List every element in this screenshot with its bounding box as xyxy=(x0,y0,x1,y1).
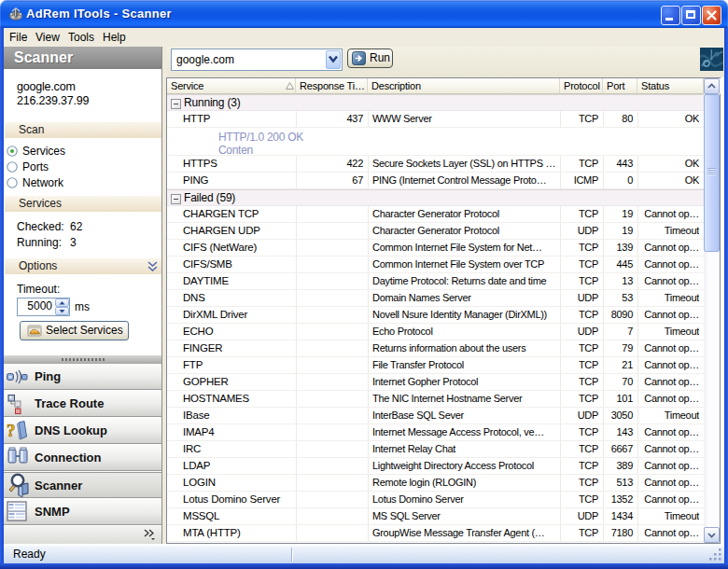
svg-text:?: ? xyxy=(7,421,16,440)
